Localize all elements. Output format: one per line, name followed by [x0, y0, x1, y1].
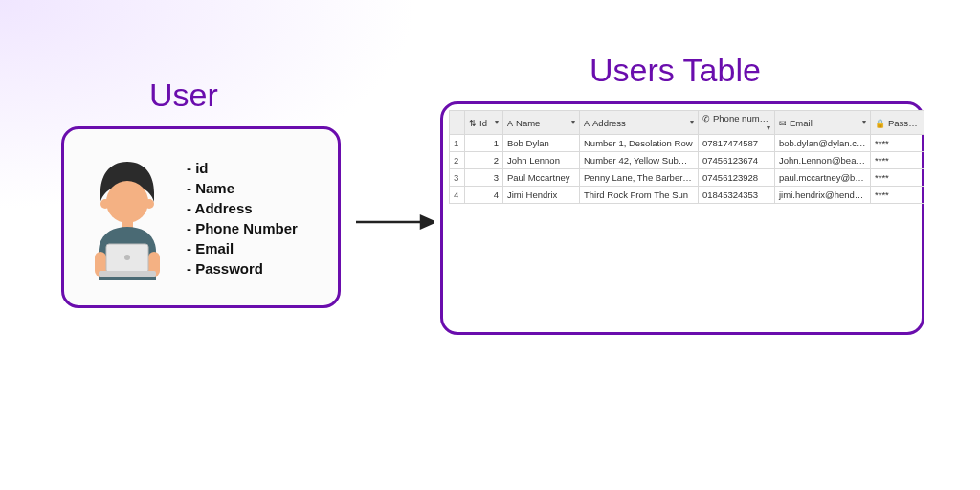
cell-email: jimi.hendrix@hendrix.co… — [775, 187, 871, 204]
cell-name: Paul Mccartney — [503, 169, 580, 187]
cell-name: Bob Dylan — [503, 135, 580, 152]
attr-item: - Name — [187, 178, 298, 198]
table-row[interactable]: 33Paul MccartneyPenny Lane, The Barber S… — [450, 169, 924, 187]
chevron-down-icon: ▾ — [571, 118, 575, 126]
cell-phone: 07456123928 — [699, 169, 775, 187]
table-row[interactable]: 22John LennonNumber 42, Yellow Submarine… — [450, 152, 924, 169]
cell-id: 1 — [465, 135, 503, 152]
attr-item: - Email — [187, 238, 298, 258]
col-id[interactable]: ⇅Id▾ — [465, 111, 503, 135]
svg-point-7 — [124, 255, 130, 260]
attr-item: - Password — [187, 258, 298, 278]
chevron-down-icon: ▾ — [862, 118, 866, 126]
person-laptop-icon — [81, 156, 173, 280]
user-attribute-list: - id - Name - Address - Phone Number - E… — [187, 158, 298, 278]
phone-icon: ✆ — [702, 114, 710, 123]
attr-item: - Phone Number — [187, 218, 298, 238]
svg-point-1 — [100, 199, 110, 209]
lock-icon: 🔒 — [875, 119, 885, 128]
cell-phone: 01845324353 — [699, 187, 775, 204]
sort-icon: ⇅ — [469, 119, 477, 128]
svg-point-2 — [145, 199, 154, 209]
cell-id: 3 — [465, 169, 503, 187]
svg-marker-10 — [421, 216, 434, 228]
cell-rownum: 3 — [450, 169, 465, 187]
title-user: User — [149, 77, 218, 114]
chevron-down-icon: ▾ — [690, 118, 694, 126]
user-card: - id - Name - Address - Phone Number - E… — [61, 126, 341, 308]
col-email[interactable]: ✉Email▾ — [775, 111, 871, 135]
cell-rownum: 2 — [450, 152, 465, 169]
users-table: ⇅Id▾ AName▾ AAddress▾ ✆Phone number▾ ✉Em… — [449, 110, 924, 204]
cell-password: **** — [871, 187, 924, 204]
mail-icon: ✉ — [779, 119, 787, 128]
users-table-card: ⇅Id▾ AName▾ AAddress▾ ✆Phone number▾ ✉Em… — [440, 101, 924, 335]
attr-item: - id — [187, 158, 298, 178]
chevron-down-icon: ▾ — [767, 123, 770, 132]
cell-address: Number 1, Desolation Row — [580, 135, 699, 152]
chevron-down-icon: ▾ — [495, 118, 499, 126]
cell-address: Penny Lane, The Barber Shop — [580, 169, 699, 187]
cell-address: Third Rock From The Sun — [580, 187, 699, 204]
cell-email: bob.dylan@dylan.com — [775, 135, 871, 152]
title-users-table: Users Table — [590, 52, 761, 89]
col-password[interactable]: 🔒Password — [871, 111, 924, 135]
table-row[interactable]: 44Jimi HendrixThird Rock From The Sun018… — [450, 187, 924, 204]
col-rownum[interactable] — [450, 111, 465, 135]
col-address[interactable]: AAddress▾ — [580, 111, 699, 135]
cell-name: Jimi Hendrix — [503, 187, 580, 204]
table-row[interactable]: 11Bob DylanNumber 1, Desolation Row07817… — [450, 135, 924, 152]
col-phone[interactable]: ✆Phone number▾ — [699, 111, 775, 135]
cell-password: **** — [871, 135, 924, 152]
text-icon: A — [584, 119, 590, 128]
arrow-icon — [356, 212, 434, 232]
cell-id: 4 — [465, 187, 503, 204]
svg-point-0 — [106, 181, 148, 223]
cell-phone: 07456123674 — [699, 152, 775, 169]
cell-rownum: 4 — [450, 187, 465, 204]
cell-rownum: 1 — [450, 135, 465, 152]
cell-address: Number 42, Yellow Submarine — [580, 152, 699, 169]
cell-password: **** — [871, 152, 924, 169]
cell-email: paul.mccartney@beatl… — [775, 169, 871, 187]
attr-item: - Address — [187, 198, 298, 218]
col-name[interactable]: AName▾ — [503, 111, 580, 135]
text-icon: A — [507, 119, 513, 128]
svg-rect-8 — [99, 271, 156, 277]
cell-id: 2 — [465, 152, 503, 169]
cell-name: John Lennon — [503, 152, 580, 169]
cell-email: John.Lennon@beatles.c… — [775, 152, 871, 169]
cell-password: **** — [871, 169, 924, 187]
cell-phone: 07817474587 — [699, 135, 775, 152]
table-header-row: ⇅Id▾ AName▾ AAddress▾ ✆Phone number▾ ✉Em… — [450, 111, 924, 135]
